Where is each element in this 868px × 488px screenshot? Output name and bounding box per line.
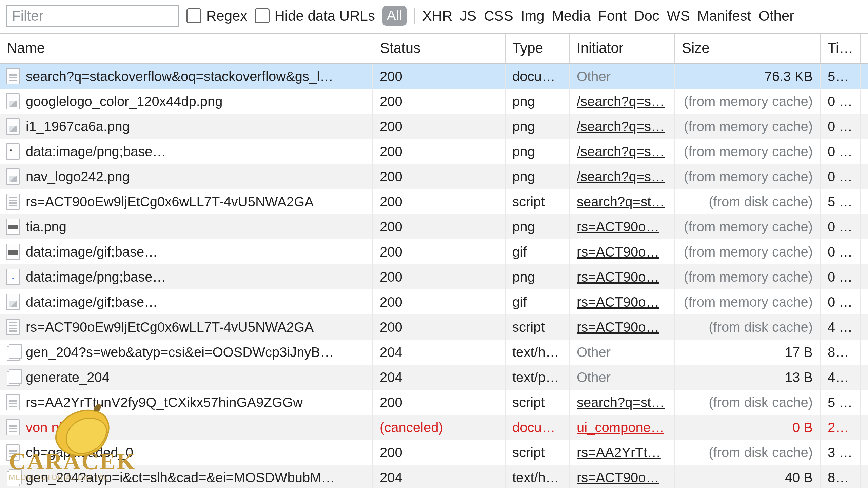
table-row[interactable]: data:image/png;base…200pngrs=ACT90o…(fro… — [0, 264, 868, 289]
cell-type: docu… — [505, 63, 570, 89]
table-row[interactable]: search?q=stackoverflow&oq=stackoverflow&… — [0, 63, 868, 89]
col-header-name[interactable]: Name — [0, 34, 373, 63]
table-row[interactable]: gen_204?atyp=i&ct=slh&cad=&ei=MOSDWbubM…… — [0, 465, 868, 488]
cell-initiator[interactable]: rs=ACT90o… — [570, 239, 675, 264]
table-row[interactable]: googlelogo_color_120x44dp.png200png/sear… — [0, 89, 868, 114]
cell-name[interactable]: generate_204 — [0, 365, 373, 390]
cell-name[interactable]: i1_1967ca6a.png — [0, 114, 373, 139]
hide-data-urls-checkbox[interactable]: Hide data URLs — [255, 8, 375, 24]
cell-size: 17 B — [675, 340, 821, 365]
col-header-initiator[interactable]: Initiator — [570, 34, 675, 63]
cell-time: 80 … — [821, 465, 861, 488]
cell-size: 0 B — [675, 415, 821, 440]
cell-initiator[interactable]: /search?q=s… — [570, 89, 675, 114]
table-row[interactable]: cb=gapi.loaded_0200scriptrs=AA2YrTt…(fro… — [0, 440, 868, 465]
cell-size: (from memory cache) — [675, 164, 821, 189]
filter-type-ws[interactable]: WS — [667, 8, 690, 24]
table-row[interactable]: data:image/gif;base…200gifrs=ACT90o…(fro… — [0, 239, 868, 264]
cell-initiator[interactable]: rs=ACT90o… — [570, 289, 675, 314]
table-row[interactable]: generate_204204text/p…Other13 B42 … — [0, 365, 868, 390]
filter-type-js[interactable]: JS — [460, 8, 476, 24]
cell-name[interactable]: search?q=stackoverflow&oq=stackoverflow&… — [0, 64, 373, 89]
filter-type-media[interactable]: Media — [552, 8, 591, 24]
initiator-link[interactable]: ui_compone… — [577, 420, 664, 435]
cell-initiator[interactable]: /search?q=s… — [570, 139, 675, 164]
filter-type-font[interactable]: Font — [598, 8, 627, 24]
cell-name[interactable]: rs=ACT90oEw9ljEtCg0x6wLL7T-4vU5NWA2GA — [0, 189, 373, 214]
table-row[interactable]: von nl(canceled)docu…ui_compone…0 B24… — [0, 415, 868, 440]
col-header-size[interactable]: Size — [675, 34, 821, 63]
cell-name[interactable]: cb=gapi.loaded_0 — [0, 440, 373, 465]
cell-size: 13 B — [675, 365, 821, 390]
filter-type-all[interactable]: All — [382, 6, 407, 26]
cell-name[interactable]: rs=ACT90oEw9ljEtCg0x6wLL7T-4vU5NWA2GA — [0, 314, 373, 340]
filter-type-doc[interactable]: Doc — [634, 8, 659, 24]
cell-initiator[interactable]: search?q=st… — [570, 189, 675, 214]
table-row[interactable]: data:image/png;base…200png/search?q=s…(f… — [0, 139, 868, 164]
table-row[interactable]: i1_1967ca6a.png200png/search?q=s…(from m… — [0, 114, 868, 139]
cell-initiator[interactable]: rs=AA2YrTt… — [570, 440, 675, 465]
table-row[interactable]: data:image/gif;base…200gifrs=ACT90o…(fro… — [0, 289, 868, 314]
cell-status: 200 — [373, 189, 505, 214]
initiator-link[interactable]: /search?q=s… — [577, 94, 665, 109]
cell-waterfall — [861, 465, 868, 488]
cell-initiator: Other — [570, 340, 675, 365]
cell-initiator[interactable]: /search?q=s… — [570, 164, 675, 189]
cell-name[interactable]: data:image/gif;base… — [0, 239, 373, 264]
filter-type-img[interactable]: Img — [521, 8, 545, 24]
cell-type: png — [505, 214, 570, 239]
cell-initiator[interactable]: /search?q=s… — [570, 114, 675, 139]
cell-name[interactable]: data:image/png;base… — [0, 264, 373, 289]
col-header-status[interactable]: Status — [373, 34, 505, 63]
table-row[interactable]: gen_204?s=web&atyp=csi&ei=OOSDWcp3iJnyB…… — [0, 340, 868, 365]
col-header-time[interactable]: Time — [821, 34, 861, 63]
filter-type-css[interactable]: CSS — [484, 8, 513, 24]
regex-checkbox[interactable]: Regex — [186, 8, 247, 24]
initiator-link[interactable]: rs=ACT90o… — [577, 269, 659, 284]
request-name: gen_204?s=web&atyp=csi&ei=OOSDWcp3iJnyB… — [26, 345, 334, 360]
bar-file-icon — [6, 244, 20, 260]
cell-name[interactable]: data:image/png;base… — [0, 139, 373, 164]
table-row[interactable]: nav_logo242.png200png/search?q=s…(from m… — [0, 164, 868, 189]
table-row[interactable]: rs=ACT90oEw9ljEtCg0x6wLL7T-4vU5NWA2GA200… — [0, 314, 868, 340]
cell-type: gif — [505, 289, 570, 314]
cell-name[interactable]: von nl — [0, 415, 373, 440]
initiator-link[interactable]: rs=ACT90o… — [577, 219, 659, 234]
initiator-link[interactable]: rs=AA2YrTt… — [577, 445, 661, 460]
initiator-link[interactable]: rs=ACT90o… — [577, 244, 659, 259]
cell-initiator[interactable]: rs=ACT90o… — [570, 314, 675, 340]
cell-name[interactable]: rs=AA2YrTtunV2fy9Q_tCXikx57hinGA9ZGGw — [0, 390, 373, 415]
cell-time: 24… — [821, 415, 861, 440]
cell-initiator[interactable]: search?q=st… — [570, 390, 675, 415]
cell-name[interactable]: nav_logo242.png — [0, 164, 373, 189]
cell-name[interactable]: data:image/gif;base… — [0, 289, 373, 314]
initiator-link[interactable]: rs=ACT90o… — [577, 320, 659, 334]
table-row[interactable]: tia.png200pngrs=ACT90o…(from memory cach… — [0, 214, 868, 239]
initiator-link[interactable]: /search?q=s… — [577, 169, 665, 184]
filter-type-manifest[interactable]: Manifest — [697, 8, 751, 24]
table-row[interactable]: rs=AA2YrTtunV2fy9Q_tCXikx57hinGA9ZGGw200… — [0, 390, 868, 415]
cell-type: png — [505, 114, 570, 139]
request-name: generate_204 — [26, 370, 110, 385]
initiator-link[interactable]: /search?q=s… — [577, 144, 665, 159]
cell-initiator[interactable]: rs=ACT90o… — [570, 214, 675, 239]
cell-name[interactable]: gen_204?s=web&atyp=csi&ei=OOSDWcp3iJnyB… — [0, 340, 373, 365]
initiator-link[interactable]: rs=ACT90o… — [577, 470, 659, 485]
initiator-link[interactable]: search?q=st… — [577, 194, 665, 209]
initiator-link[interactable]: /search?q=s… — [577, 119, 665, 134]
table-row[interactable]: rs=ACT90oEw9ljEtCg0x6wLL7T-4vU5NWA2GA200… — [0, 189, 868, 214]
cell-initiator[interactable]: ui_compone… — [570, 415, 675, 440]
initiator-link[interactable]: search?q=st… — [577, 395, 665, 410]
filter-input[interactable] — [6, 5, 179, 27]
cell-name[interactable]: tia.png — [0, 214, 373, 239]
cell-initiator[interactable]: rs=ACT90o… — [570, 465, 675, 488]
cell-name[interactable]: gen_204?atyp=i&ct=slh&cad=&ei=MOSDWbubM… — [0, 465, 373, 488]
filter-type-xhr[interactable]: XHR — [422, 8, 453, 24]
filter-type-other[interactable]: Other — [758, 8, 794, 24]
cell-initiator[interactable]: rs=ACT90o… — [570, 264, 675, 289]
initiator-link[interactable]: rs=ACT90o… — [577, 294, 659, 309]
col-header-waterfall[interactable] — [861, 34, 868, 63]
cell-name[interactable]: googlelogo_color_120x44dp.png — [0, 89, 373, 114]
cell-time: 5 ms — [821, 390, 861, 415]
col-header-type[interactable]: Type — [505, 34, 570, 63]
